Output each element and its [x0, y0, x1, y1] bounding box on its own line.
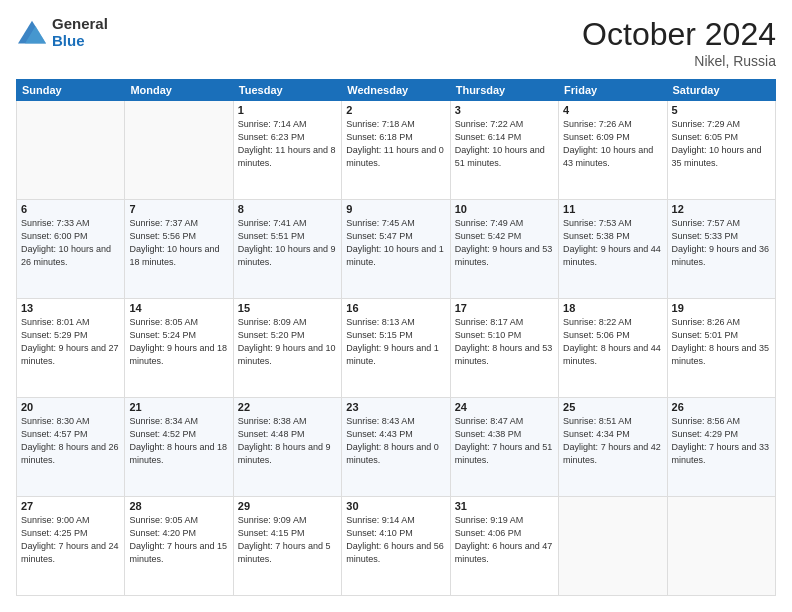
day-detail: Sunrise: 8:30 AM Sunset: 4:57 PM Dayligh…	[21, 415, 120, 467]
calendar-cell: 20Sunrise: 8:30 AM Sunset: 4:57 PM Dayli…	[17, 398, 125, 497]
calendar-cell: 22Sunrise: 8:38 AM Sunset: 4:48 PM Dayli…	[233, 398, 341, 497]
col-sunday: Sunday	[17, 80, 125, 101]
day-detail: Sunrise: 8:43 AM Sunset: 4:43 PM Dayligh…	[346, 415, 445, 467]
calendar-cell: 19Sunrise: 8:26 AM Sunset: 5:01 PM Dayli…	[667, 299, 775, 398]
calendar-cell: 18Sunrise: 8:22 AM Sunset: 5:06 PM Dayli…	[559, 299, 667, 398]
calendar-cell: 9Sunrise: 7:45 AM Sunset: 5:47 PM Daylig…	[342, 200, 450, 299]
day-number: 31	[455, 500, 554, 512]
calendar-table: Sunday Monday Tuesday Wednesday Thursday…	[16, 79, 776, 596]
title-block: October 2024 Nikel, Russia	[582, 16, 776, 69]
month-title: October 2024	[582, 16, 776, 53]
calendar-week-4: 20Sunrise: 8:30 AM Sunset: 4:57 PM Dayli…	[17, 398, 776, 497]
day-number: 11	[563, 203, 662, 215]
day-detail: Sunrise: 7:33 AM Sunset: 6:00 PM Dayligh…	[21, 217, 120, 269]
day-number: 13	[21, 302, 120, 314]
day-detail: Sunrise: 7:57 AM Sunset: 5:33 PM Dayligh…	[672, 217, 771, 269]
header: General Blue October 2024 Nikel, Russia	[16, 16, 776, 69]
day-number: 29	[238, 500, 337, 512]
col-thursday: Thursday	[450, 80, 558, 101]
calendar-cell: 11Sunrise: 7:53 AM Sunset: 5:38 PM Dayli…	[559, 200, 667, 299]
calendar-cell	[667, 497, 775, 596]
calendar-cell: 17Sunrise: 8:17 AM Sunset: 5:10 PM Dayli…	[450, 299, 558, 398]
day-detail: Sunrise: 9:14 AM Sunset: 4:10 PM Dayligh…	[346, 514, 445, 566]
day-number: 14	[129, 302, 228, 314]
calendar-cell: 16Sunrise: 8:13 AM Sunset: 5:15 PM Dayli…	[342, 299, 450, 398]
calendar-cell: 3Sunrise: 7:22 AM Sunset: 6:14 PM Daylig…	[450, 101, 558, 200]
calendar-week-5: 27Sunrise: 9:00 AM Sunset: 4:25 PM Dayli…	[17, 497, 776, 596]
calendar-cell: 27Sunrise: 9:00 AM Sunset: 4:25 PM Dayli…	[17, 497, 125, 596]
calendar-cell: 10Sunrise: 7:49 AM Sunset: 5:42 PM Dayli…	[450, 200, 558, 299]
day-detail: Sunrise: 8:26 AM Sunset: 5:01 PM Dayligh…	[672, 316, 771, 368]
calendar-cell: 8Sunrise: 7:41 AM Sunset: 5:51 PM Daylig…	[233, 200, 341, 299]
day-detail: Sunrise: 7:22 AM Sunset: 6:14 PM Dayligh…	[455, 118, 554, 170]
day-number: 19	[672, 302, 771, 314]
calendar-cell: 1Sunrise: 7:14 AM Sunset: 6:23 PM Daylig…	[233, 101, 341, 200]
calendar-cell: 7Sunrise: 7:37 AM Sunset: 5:56 PM Daylig…	[125, 200, 233, 299]
day-number: 30	[346, 500, 445, 512]
day-number: 22	[238, 401, 337, 413]
calendar-week-1: 1Sunrise: 7:14 AM Sunset: 6:23 PM Daylig…	[17, 101, 776, 200]
logo-icon	[16, 19, 48, 47]
calendar-cell: 12Sunrise: 7:57 AM Sunset: 5:33 PM Dayli…	[667, 200, 775, 299]
calendar-cell: 5Sunrise: 7:29 AM Sunset: 6:05 PM Daylig…	[667, 101, 775, 200]
calendar-cell	[559, 497, 667, 596]
day-number: 5	[672, 104, 771, 116]
day-detail: Sunrise: 8:01 AM Sunset: 5:29 PM Dayligh…	[21, 316, 120, 368]
calendar-cell: 30Sunrise: 9:14 AM Sunset: 4:10 PM Dayli…	[342, 497, 450, 596]
calendar-cell	[17, 101, 125, 200]
calendar-cell: 24Sunrise: 8:47 AM Sunset: 4:38 PM Dayli…	[450, 398, 558, 497]
day-detail: Sunrise: 8:38 AM Sunset: 4:48 PM Dayligh…	[238, 415, 337, 467]
day-detail: Sunrise: 9:19 AM Sunset: 4:06 PM Dayligh…	[455, 514, 554, 566]
day-number: 21	[129, 401, 228, 413]
day-detail: Sunrise: 7:53 AM Sunset: 5:38 PM Dayligh…	[563, 217, 662, 269]
day-number: 25	[563, 401, 662, 413]
location: Nikel, Russia	[582, 53, 776, 69]
day-number: 1	[238, 104, 337, 116]
day-number: 18	[563, 302, 662, 314]
calendar-cell: 26Sunrise: 8:56 AM Sunset: 4:29 PM Dayli…	[667, 398, 775, 497]
day-detail: Sunrise: 7:49 AM Sunset: 5:42 PM Dayligh…	[455, 217, 554, 269]
day-number: 28	[129, 500, 228, 512]
day-detail: Sunrise: 7:14 AM Sunset: 6:23 PM Dayligh…	[238, 118, 337, 170]
col-monday: Monday	[125, 80, 233, 101]
day-detail: Sunrise: 7:41 AM Sunset: 5:51 PM Dayligh…	[238, 217, 337, 269]
day-number: 4	[563, 104, 662, 116]
logo-blue: Blue	[52, 33, 108, 50]
day-detail: Sunrise: 8:13 AM Sunset: 5:15 PM Dayligh…	[346, 316, 445, 368]
day-detail: Sunrise: 8:22 AM Sunset: 5:06 PM Dayligh…	[563, 316, 662, 368]
day-number: 10	[455, 203, 554, 215]
calendar-cell: 13Sunrise: 8:01 AM Sunset: 5:29 PM Dayli…	[17, 299, 125, 398]
day-detail: Sunrise: 8:51 AM Sunset: 4:34 PM Dayligh…	[563, 415, 662, 467]
day-detail: Sunrise: 9:09 AM Sunset: 4:15 PM Dayligh…	[238, 514, 337, 566]
calendar-week-3: 13Sunrise: 8:01 AM Sunset: 5:29 PM Dayli…	[17, 299, 776, 398]
day-detail: Sunrise: 7:18 AM Sunset: 6:18 PM Dayligh…	[346, 118, 445, 170]
calendar-header-row: Sunday Monday Tuesday Wednesday Thursday…	[17, 80, 776, 101]
day-detail: Sunrise: 9:00 AM Sunset: 4:25 PM Dayligh…	[21, 514, 120, 566]
day-detail: Sunrise: 8:34 AM Sunset: 4:52 PM Dayligh…	[129, 415, 228, 467]
day-number: 24	[455, 401, 554, 413]
calendar-cell: 2Sunrise: 7:18 AM Sunset: 6:18 PM Daylig…	[342, 101, 450, 200]
col-saturday: Saturday	[667, 80, 775, 101]
day-number: 26	[672, 401, 771, 413]
col-friday: Friday	[559, 80, 667, 101]
day-number: 8	[238, 203, 337, 215]
logo: General Blue	[16, 16, 108, 49]
day-number: 6	[21, 203, 120, 215]
calendar-cell: 4Sunrise: 7:26 AM Sunset: 6:09 PM Daylig…	[559, 101, 667, 200]
calendar-cell: 28Sunrise: 9:05 AM Sunset: 4:20 PM Dayli…	[125, 497, 233, 596]
day-detail: Sunrise: 8:05 AM Sunset: 5:24 PM Dayligh…	[129, 316, 228, 368]
day-detail: Sunrise: 7:29 AM Sunset: 6:05 PM Dayligh…	[672, 118, 771, 170]
calendar-cell: 14Sunrise: 8:05 AM Sunset: 5:24 PM Dayli…	[125, 299, 233, 398]
day-detail: Sunrise: 8:17 AM Sunset: 5:10 PM Dayligh…	[455, 316, 554, 368]
logo-text: General Blue	[52, 16, 108, 49]
day-detail: Sunrise: 8:47 AM Sunset: 4:38 PM Dayligh…	[455, 415, 554, 467]
day-number: 3	[455, 104, 554, 116]
calendar-cell: 21Sunrise: 8:34 AM Sunset: 4:52 PM Dayli…	[125, 398, 233, 497]
day-number: 7	[129, 203, 228, 215]
calendar-week-2: 6Sunrise: 7:33 AM Sunset: 6:00 PM Daylig…	[17, 200, 776, 299]
day-detail: Sunrise: 8:09 AM Sunset: 5:20 PM Dayligh…	[238, 316, 337, 368]
day-number: 9	[346, 203, 445, 215]
day-number: 16	[346, 302, 445, 314]
day-number: 27	[21, 500, 120, 512]
calendar-cell: 29Sunrise: 9:09 AM Sunset: 4:15 PM Dayli…	[233, 497, 341, 596]
